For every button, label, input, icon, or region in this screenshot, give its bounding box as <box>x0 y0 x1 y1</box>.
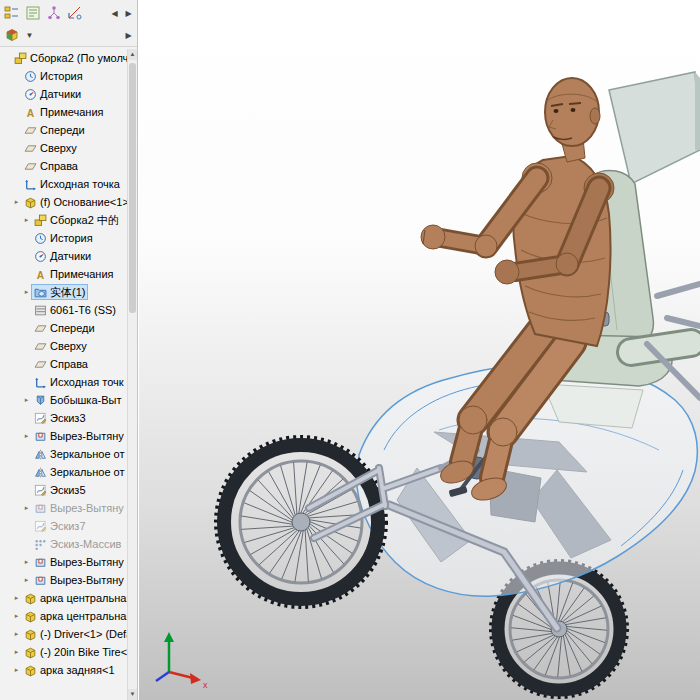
expand-arrow-icon[interactable]: ▸ <box>12 607 21 625</box>
triad-z-axis <box>156 672 169 681</box>
model-canvas[interactable]: x <box>139 0 700 700</box>
expand-arrow-icon[interactable]: ▸ <box>22 427 31 445</box>
triad-x-label: x <box>203 680 208 690</box>
expand-arrow-icon[interactable]: ▸ <box>12 193 21 211</box>
tree-item[interactable]: Датчики <box>0 247 128 265</box>
propertymanager-tab[interactable] <box>23 3 43 23</box>
triad-x-axis <box>190 673 201 684</box>
nav-back-button[interactable]: ◀ <box>108 4 121 22</box>
tree-item[interactable]: Сверху <box>0 337 128 355</box>
cut-extrude-icon <box>34 430 47 443</box>
tree-item[interactable]: ▸(f) Основание<1> <box>0 193 128 211</box>
tree-scrollbar[interactable]: ▲ ▼ <box>127 49 137 700</box>
svg-text:A: A <box>27 107 35 118</box>
sensors-icon <box>34 250 47 263</box>
tree-item[interactable]: Спереди <box>0 121 128 139</box>
scroll-down-button[interactable]: ▼ <box>128 689 137 700</box>
expand-arrow-icon[interactable]: ▸ <box>22 391 31 409</box>
tree-item-label: Примечания <box>50 266 114 282</box>
tree-item[interactable]: ▸Вырез-Вытяну <box>0 571 128 589</box>
tree-item-label: арка центральная <box>40 590 128 606</box>
configurationmanager-tab[interactable] <box>44 3 64 23</box>
tree-item-label: Вырез-Вытяну <box>50 500 124 516</box>
tree-item[interactable]: Сборка2 (По умолча <box>0 49 128 67</box>
svg-text:A: A <box>37 269 45 280</box>
tree-item[interactable]: ▸实体(1) <box>0 283 128 301</box>
featuremanager-tab[interactable] <box>2 3 22 23</box>
panel-chevron-button[interactable]: ▼ <box>23 26 36 44</box>
tree-item-label: Примечания <box>40 104 104 120</box>
tree-item-label: Эскиз3 <box>50 410 86 426</box>
tree-item[interactable]: История <box>0 229 128 247</box>
tree-item[interactable]: AПримечания <box>0 265 128 283</box>
tree-item[interactable]: Справа <box>0 157 128 175</box>
expand-arrow-icon[interactable]: ▸ <box>22 283 31 301</box>
tree-item[interactable]: 6061-T6 (SS) <box>0 301 128 319</box>
assembly-document-icon[interactable] <box>2 25 22 45</box>
expand-arrow-icon[interactable]: ▸ <box>12 661 21 679</box>
graphics-viewport[interactable]: x <box>139 0 700 700</box>
tree-item[interactable]: Эскиз5 <box>0 481 128 499</box>
tree-item[interactable]: ▸Вырез-Вытяну <box>0 427 128 445</box>
tree-item[interactable]: AПримечания <box>0 103 128 121</box>
tree-item[interactable]: Спереди <box>0 319 128 337</box>
dimxpertmanager-tab[interactable] <box>65 3 85 23</box>
tree-item[interactable]: История <box>0 67 128 85</box>
expand-arrow-icon[interactable]: ▸ <box>12 625 21 643</box>
cut-extrude-icon <box>34 502 47 515</box>
nav-forward-button[interactable]: ▶ <box>122 4 135 22</box>
assembly-icon <box>34 214 47 227</box>
tree-item-label: Исходная точк <box>50 374 124 390</box>
tree-item-label: Вырез-Вытяну <box>50 554 124 570</box>
panel-toolbar: ◀ ▶ ▼ ▶ <box>0 0 137 47</box>
tree-item[interactable]: ▸(-) Driver<1> (Defa <box>0 625 128 643</box>
tree-item-label: арка центральная <box>40 608 128 624</box>
tree-item[interactable]: Зеркальное от <box>0 445 128 463</box>
part-icon <box>24 196 37 209</box>
scrollbar-track[interactable] <box>128 60 137 689</box>
tree-item-label: Справа <box>40 158 78 174</box>
tree-item[interactable]: ▸арка центральная <box>0 607 128 625</box>
tree-item[interactable]: Сверху <box>0 139 128 157</box>
tree-item[interactable]: ▸арка задняя<1 <box>0 661 128 679</box>
part-icon <box>24 664 37 677</box>
expand-arrow-icon[interactable]: ▸ <box>22 211 31 229</box>
panel-flyout-button[interactable]: ▶ <box>122 26 135 44</box>
tree-item[interactable]: Исходная точк <box>0 373 128 391</box>
plane-icon <box>34 340 47 353</box>
tree-item[interactable]: Эскиз7 <box>0 517 128 535</box>
headrest-panel[interactable] <box>609 72 700 184</box>
sketch-pattern-icon <box>34 538 47 551</box>
tree-item-label: Датчики <box>50 248 91 264</box>
part-icon <box>24 628 37 641</box>
tree-item-label: Спереди <box>40 122 85 138</box>
sketch-icon <box>34 412 47 425</box>
expand-arrow-icon[interactable]: ▸ <box>22 553 31 571</box>
tree-item[interactable]: Справа <box>0 355 128 373</box>
tree-item[interactable]: ▸Вырез-Вытяну <box>0 499 128 517</box>
tree-item[interactable]: ▸Вырез-Вытяну <box>0 553 128 571</box>
tree-item-label: Эскиз5 <box>50 482 86 498</box>
tree-item[interactable]: ▸Бобышка-Выт <box>0 391 128 409</box>
plane-icon <box>24 160 37 173</box>
tree-item-label: Зеркальное от <box>50 464 124 480</box>
expand-arrow-icon[interactable]: ▸ <box>22 499 31 517</box>
tree-item[interactable]: Датчики <box>0 85 128 103</box>
tree-item[interactable]: Эскиз-Массив <box>0 535 128 553</box>
armrest-top <box>631 343 691 352</box>
tree-item[interactable]: ▸Сборка2 中的 <box>0 211 128 229</box>
scroll-up-button[interactable]: ▲ <box>128 49 137 60</box>
tree-item[interactable]: Исходная точка <box>0 175 128 193</box>
expand-arrow-icon[interactable]: ▸ <box>12 589 21 607</box>
tree-item[interactable]: Зеркальное от <box>0 463 128 481</box>
expand-arrow-icon[interactable]: ▸ <box>22 571 31 589</box>
tree-item[interactable]: ▸(-) 20in Bike Tire<1 <box>0 643 128 661</box>
tree-item[interactable]: Эскиз3 <box>0 409 128 427</box>
tree-item-label: 6061-T6 (SS) <box>50 302 116 318</box>
cut-extrude-icon <box>34 574 47 587</box>
tree-item[interactable]: ▸арка центральная <box>0 589 128 607</box>
mirror-icon <box>34 466 47 479</box>
tree-item-label: Спереди <box>50 320 95 336</box>
expand-arrow-icon[interactable]: ▸ <box>12 643 21 661</box>
scrollbar-thumb[interactable] <box>129 63 136 313</box>
